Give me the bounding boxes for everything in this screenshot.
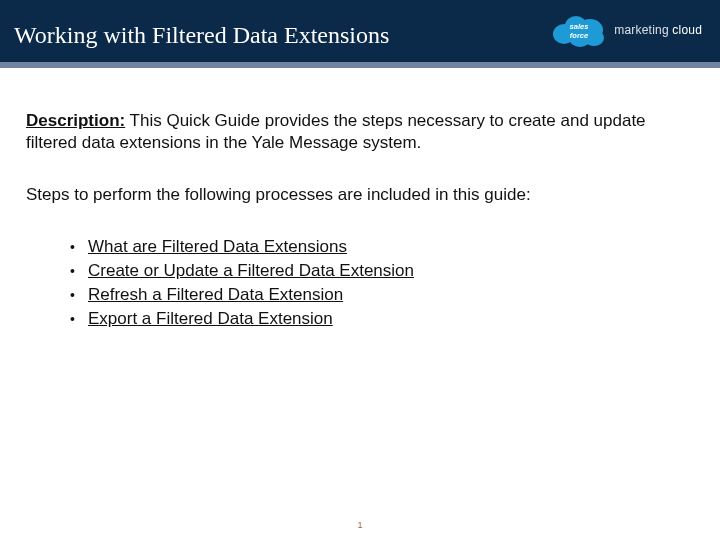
topic-link[interactable]: Export a Filtered Data Extension xyxy=(88,309,333,328)
logo-brand-top: sales xyxy=(570,22,589,31)
logo-brand-bottom: force xyxy=(570,31,588,40)
topic-list: What are Filtered Data Extensions Create… xyxy=(26,236,694,330)
topic-link[interactable]: Create or Update a Filtered Data Extensi… xyxy=(88,261,414,280)
salesforce-cloud-icon: sales force xyxy=(550,12,608,48)
description-paragraph: Description: This Quick Guide provides t… xyxy=(26,110,694,154)
brand-logo: sales force marketing cloud xyxy=(550,12,702,48)
description-label: Description: xyxy=(26,111,125,130)
list-item: Create or Update a Filtered Data Extensi… xyxy=(70,260,694,282)
marketing-cloud-text: marketing cloud xyxy=(614,24,702,37)
list-item: Export a Filtered Data Extension xyxy=(70,308,694,330)
steps-intro: Steps to perform the following processes… xyxy=(26,184,694,206)
logo-text-marketing: marketing xyxy=(614,23,669,37)
logo-text-cloud: cloud xyxy=(672,23,702,37)
list-item: Refresh a Filtered Data Extension xyxy=(70,284,694,306)
slide-body: Description: This Quick Guide provides t… xyxy=(0,68,720,330)
topic-link[interactable]: Refresh a Filtered Data Extension xyxy=(88,285,343,304)
slide-title: Working with Filtered Data Extensions xyxy=(0,20,389,49)
header-accent-bar xyxy=(0,62,720,68)
topic-link[interactable]: What are Filtered Data Extensions xyxy=(88,237,347,256)
page-number: 1 xyxy=(0,520,720,530)
slide-header: Working with Filtered Data Extensions sa… xyxy=(0,0,720,68)
list-item: What are Filtered Data Extensions xyxy=(70,236,694,258)
